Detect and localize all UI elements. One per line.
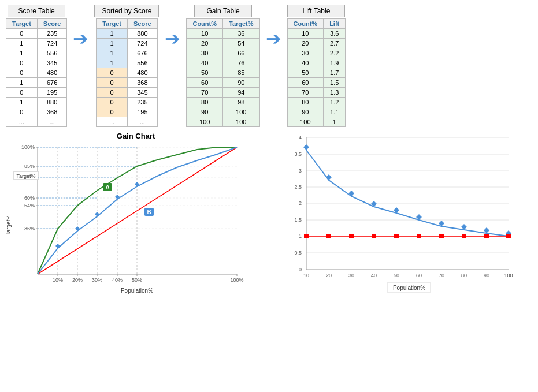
svg-text:70: 70 <box>439 272 444 278</box>
sorted-table-header-target: Target <box>97 19 128 29</box>
svg-text:36%: 36% <box>24 226 35 232</box>
table-row: ... <box>6 117 38 127</box>
table-row: 66 <box>222 48 259 58</box>
table-row: 0 <box>6 29 38 39</box>
table-row: 40 <box>287 58 324 68</box>
svg-text:10: 10 <box>303 272 309 278</box>
table-row: 70 <box>287 88 324 98</box>
svg-text:50%: 50% <box>132 277 142 283</box>
table-row: 556 <box>37 48 67 58</box>
svg-rect-97 <box>304 234 309 238</box>
table-row: 480 <box>37 68 67 78</box>
svg-rect-106 <box>506 234 511 238</box>
svg-text:Target%: Target% <box>16 173 35 179</box>
table-row: 80 <box>187 98 223 107</box>
score-table-container: Score Table Target Score 023517241556034… <box>6 5 67 127</box>
table-row: 90 <box>187 107 223 117</box>
svg-text:40%: 40% <box>112 277 123 283</box>
svg-text:20: 20 <box>326 272 332 278</box>
table-row: 3.6 <box>324 29 346 39</box>
table-row: 0 <box>97 78 128 88</box>
svg-text:3.5: 3.5 <box>294 151 302 157</box>
table-row: 60 <box>187 78 223 88</box>
table-row: 10 <box>287 29 324 39</box>
svg-text:1.5: 1.5 <box>294 217 302 223</box>
table-row: ... <box>97 117 128 127</box>
svg-text:0.5: 0.5 <box>294 250 302 256</box>
table-row: 880 <box>128 29 158 39</box>
lift-table-header-lift: Lift <box>324 19 346 29</box>
table-row: 76 <box>222 58 259 68</box>
table-row: 1 <box>6 78 38 88</box>
lift-table-title: Lift Table <box>287 5 345 17</box>
table-row: 50 <box>187 68 223 78</box>
svg-text:30: 30 <box>348 272 354 278</box>
table-row: 1.9 <box>324 58 346 68</box>
svg-rect-99 <box>349 234 354 238</box>
svg-text:20%: 20% <box>72 277 83 283</box>
lift-table: Count% Lift 103.6202.7302.2401.9501.7601… <box>287 18 346 127</box>
table-row: ... <box>128 117 158 127</box>
table-row: 1 <box>97 39 128 48</box>
svg-text:4: 4 <box>299 135 302 140</box>
table-row: 85 <box>222 68 259 78</box>
sorted-table: Target Score 188017241676155604800368034… <box>96 18 157 127</box>
svg-rect-98 <box>326 234 331 238</box>
svg-marker-86 <box>303 144 309 150</box>
table-row: 94 <box>222 88 259 98</box>
lift-chart-svg: 4 3.5 3 2.5 2 1.5 1 0.5 0 <box>277 132 526 302</box>
table-row: 80 <box>287 98 324 107</box>
table-row: 345 <box>37 58 67 68</box>
table-row: 1.2 <box>324 98 346 107</box>
table-row: 2.7 <box>324 39 346 48</box>
svg-text:54%: 54% <box>24 203 35 208</box>
table-row: 1.7 <box>324 68 346 78</box>
table-row: 345 <box>128 88 158 98</box>
svg-text:3: 3 <box>299 168 302 174</box>
table-row: 1 <box>97 48 128 58</box>
svg-rect-102 <box>417 234 421 238</box>
arrow-1: ➔ <box>73 5 88 50</box>
table-row: 98 <box>222 98 259 107</box>
svg-text:Population%: Population% <box>393 285 425 291</box>
table-row: 100 <box>222 107 259 117</box>
table-row: 195 <box>128 107 158 117</box>
table-row: 724 <box>128 39 158 48</box>
sorted-table-container: Sorted by Score Target Score 18801724167… <box>94 5 159 127</box>
svg-rect-103 <box>439 234 444 238</box>
table-row: 0 <box>6 107 38 117</box>
table-row: 50 <box>287 68 324 78</box>
table-row: 1 <box>97 58 128 68</box>
table-row: 100 <box>287 117 324 127</box>
score-table-header-score: Score <box>37 19 67 29</box>
table-row: 1 <box>6 98 38 107</box>
svg-rect-101 <box>394 234 399 238</box>
table-row: 368 <box>37 107 67 117</box>
table-row: ... <box>37 117 67 127</box>
table-row: 1.5 <box>324 78 346 88</box>
svg-text:80: 80 <box>461 272 467 278</box>
table-row: 0 <box>6 58 38 68</box>
svg-text:30%: 30% <box>92 277 102 283</box>
svg-text:40: 40 <box>371 272 377 278</box>
table-row: 90 <box>287 107 324 117</box>
table-row: 54 <box>222 39 259 48</box>
gain-table-title: Gain Table <box>194 5 252 17</box>
table-row: 0 <box>97 88 128 98</box>
lift-table-container: Lift Table Count% Lift 103.6202.7302.240… <box>287 5 346 127</box>
table-row: 20 <box>287 39 324 48</box>
gain-table-header-target: Target% <box>222 19 259 29</box>
sorted-table-header-score: Score <box>128 19 158 29</box>
table-row: 1.1 <box>324 107 346 117</box>
table-row: 1.3 <box>324 88 346 98</box>
table-row: 40 <box>187 58 223 68</box>
table-row: 90 <box>222 78 259 88</box>
svg-text:100: 100 <box>504 272 513 278</box>
arrow-3: ➔ <box>266 5 281 50</box>
score-table-title: Score Table <box>8 5 65 17</box>
table-row: 235 <box>37 29 67 39</box>
table-row: 1 <box>6 48 38 58</box>
gain-table-container: Gain Table Count% Target% 10362054306640… <box>186 5 259 127</box>
sorted-table-title: Sorted by Score <box>94 5 159 17</box>
table-row: 0 <box>6 68 38 78</box>
